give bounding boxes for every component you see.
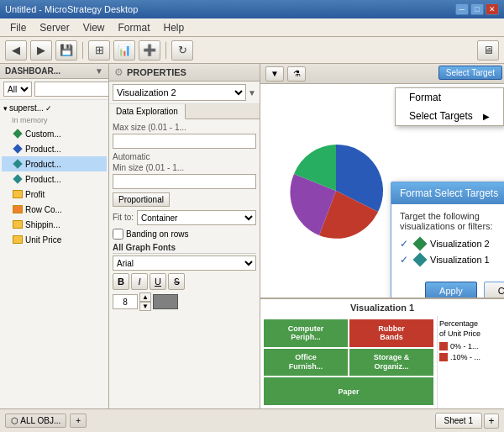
add-sheet-button[interactable]: + bbox=[484, 414, 499, 429]
save-button[interactable]: 💾 bbox=[55, 40, 77, 61]
add-item-icon: + bbox=[76, 416, 81, 425]
dialog-header: Format Select Targets bbox=[391, 182, 504, 204]
viz-top: ▼ ⚗ Select Target Product Sub- bbox=[260, 64, 504, 299]
bottom-bar: ⬡ ALL OBJ... + Sheet 1 + bbox=[0, 408, 504, 432]
bottom-left: ⬡ ALL OBJ... + bbox=[5, 414, 87, 428]
bottom-right-legend: Percentageof Unit Price 0% - 1... .10% -… bbox=[437, 316, 504, 408]
properties-tabs: Data Exploration bbox=[109, 104, 260, 119]
banding-checkbox-row: Banding on rows bbox=[113, 229, 256, 240]
tree-item-rowco[interactable]: Row Co... bbox=[2, 202, 107, 217]
refresh-button[interactable]: ↻ bbox=[171, 40, 193, 61]
minimize-button[interactable]: ─ bbox=[455, 3, 469, 15]
sheet-tabs: Sheet 1 + bbox=[435, 413, 499, 429]
add-data-button[interactable]: ⊞ bbox=[88, 40, 110, 61]
tree-item-custom[interactable]: Custom... bbox=[2, 126, 107, 141]
cancel-button[interactable]: Cancel bbox=[484, 282, 504, 299]
toolbar-separator-1 bbox=[82, 42, 83, 59]
main-content: DASHBOAR... ▼ All 🔍 ▾ superst... ✓ In me… bbox=[0, 64, 504, 408]
strikethrough-button[interactable]: S̶ bbox=[168, 273, 185, 290]
tree-item-profit[interactable]: Profit bbox=[2, 187, 107, 202]
tree-item-product2[interactable]: Product... bbox=[2, 156, 107, 171]
product1-diamond-icon bbox=[12, 143, 24, 155]
font-name-select[interactable]: Arial bbox=[113, 256, 256, 271]
menu-view[interactable]: View bbox=[76, 20, 112, 35]
chart-button[interactable]: 📊 bbox=[113, 40, 135, 61]
tree-item-product1[interactable]: Product... bbox=[2, 141, 107, 156]
banding-label: Banding on rows bbox=[126, 229, 189, 239]
tree-item-inmemory: In memory bbox=[2, 114, 107, 126]
viz1-checkmark-icon: ✓ bbox=[400, 254, 408, 266]
proportional-button[interactable]: Proportional bbox=[113, 192, 170, 207]
sidebar-filter-select[interactable]: All bbox=[3, 82, 32, 97]
close-button[interactable]: ✕ bbox=[486, 3, 499, 15]
sidebar-search-input[interactable] bbox=[34, 82, 109, 97]
all-objects-button[interactable]: ⬡ ALL OBJ... bbox=[5, 414, 66, 428]
dialog-option-viz2[interactable]: ✓ Visualization 2 bbox=[400, 238, 504, 250]
sheet-tab-1[interactable]: Sheet 1 bbox=[435, 413, 482, 429]
italic-button[interactable]: I bbox=[131, 273, 148, 290]
underline-button[interactable]: U bbox=[150, 273, 166, 290]
apply-button[interactable]: Apply bbox=[425, 282, 477, 299]
sidebar: DASHBOAR... ▼ All 🔍 ▾ superst... ✓ In me… bbox=[0, 64, 109, 408]
dialog-overlay: Format Select Targets Target the followi… bbox=[260, 64, 504, 298]
sidebar-tree: ▾ superst... ✓ In memory Custom... Produ… bbox=[0, 100, 108, 408]
banding-checkbox[interactable] bbox=[113, 229, 123, 240]
all-graph-fonts-header: All Graph Fonts bbox=[113, 243, 256, 254]
tab-data-exploration[interactable]: Data Exploration bbox=[109, 104, 186, 119]
menu-server[interactable]: Server bbox=[33, 20, 76, 35]
share-button[interactable]: 🖥 bbox=[477, 40, 499, 61]
add-item-button[interactable]: + bbox=[70, 414, 87, 428]
max-size-label: Max size (0.01 - 1... bbox=[113, 123, 256, 132]
unitprice-table-icon bbox=[12, 234, 24, 245]
forward-button[interactable]: ▶ bbox=[30, 40, 52, 61]
font-size-input[interactable] bbox=[113, 294, 138, 309]
maximize-button[interactable]: □ bbox=[470, 3, 484, 15]
sidebar-header-text: DASHBOAR... bbox=[5, 66, 60, 76]
viz1-diamond-icon bbox=[413, 253, 428, 267]
back-button[interactable]: ◀ bbox=[5, 40, 27, 61]
custom-diamond-icon bbox=[12, 128, 24, 140]
all-objects-icon: ⬡ bbox=[11, 416, 18, 425]
superst-label: superst... bbox=[9, 103, 44, 113]
bold-button[interactable]: B bbox=[113, 273, 129, 290]
percentage-legend-header: Percentageof Unit Price bbox=[439, 319, 501, 339]
profit-table-icon bbox=[12, 188, 24, 200]
max-size-row bbox=[113, 134, 256, 149]
dialog-option-viz1[interactable]: ✓ Visualization 1 bbox=[400, 254, 504, 266]
viz-area: ▼ ⚗ Select Target Product Sub- bbox=[260, 64, 504, 408]
treemap-cell-paper: Paper bbox=[264, 377, 433, 405]
title-bar: Untitled - MicroStrategy Desktop ─ □ ✕ bbox=[0, 0, 504, 18]
viz-bottom-label: Visualization 1 bbox=[350, 303, 414, 313]
sidebar-header: DASHBOAR... ▼ bbox=[0, 64, 108, 79]
treemap-container: ComputerPeriph... RubberBands OfficeFurn… bbox=[260, 299, 504, 408]
sidebar-filter-row: All 🔍 bbox=[0, 79, 108, 100]
menu-help[interactable]: Help bbox=[157, 20, 192, 35]
font-color-picker[interactable] bbox=[153, 294, 178, 309]
shippin-table-icon bbox=[12, 219, 24, 230]
tree-item-unitprice[interactable]: Unit Price bbox=[2, 232, 107, 247]
product3-diamond-icon bbox=[12, 173, 24, 185]
fit-to-row: Fit to: Container bbox=[113, 210, 256, 225]
tree-item-shippin[interactable]: Shippin... bbox=[2, 217, 107, 232]
font-size-down-button[interactable]: ▼ bbox=[139, 302, 151, 311]
tree-item-product3[interactable]: Product... bbox=[2, 171, 107, 187]
min-size-row bbox=[113, 174, 256, 189]
treemap-cell-computer: ComputerPeriph... bbox=[264, 319, 348, 347]
properties-header: ⚙ PROPERTIES bbox=[109, 64, 260, 82]
proportional-row: Proportional bbox=[113, 192, 256, 207]
tree-item-superst[interactable]: ▾ superst... ✓ bbox=[2, 102, 107, 114]
10pct-color bbox=[439, 353, 448, 361]
legend-item-0pct: 0% - 1... bbox=[439, 342, 501, 350]
font-size-up-button[interactable]: ▲ bbox=[139, 292, 151, 302]
max-size-input[interactable] bbox=[113, 134, 256, 149]
viz2-checkmark-icon: ✓ bbox=[400, 238, 408, 250]
fit-to-select[interactable]: Container bbox=[137, 210, 256, 225]
menu-file[interactable]: File bbox=[3, 20, 33, 35]
automatic-label: Automatic bbox=[113, 152, 256, 161]
menu-format[interactable]: Format bbox=[111, 20, 156, 35]
add-button[interactable]: ➕ bbox=[139, 40, 160, 61]
visualization-select[interactable]: Visualization 2 bbox=[113, 84, 246, 101]
min-size-input[interactable] bbox=[113, 174, 256, 189]
sidebar-collapse-icon[interactable]: ▼ bbox=[95, 66, 103, 76]
viz-bottom: Visualization 1 ComputerPeriph... Rubber… bbox=[260, 299, 504, 408]
